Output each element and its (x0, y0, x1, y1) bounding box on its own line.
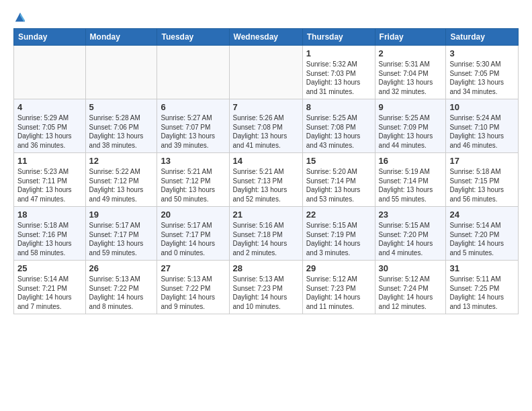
day-info: Sunrise: 5:29 AM Sunset: 7:05 PM Dayligh… (17, 113, 82, 150)
day-cell-21: 21Sunrise: 5:16 AM Sunset: 7:18 PM Dayli… (229, 207, 302, 261)
day-cell-24: 24Sunrise: 5:14 AM Sunset: 7:20 PM Dayli… (446, 207, 519, 261)
day-info: Sunrise: 5:15 AM Sunset: 7:19 PM Dayligh… (306, 221, 371, 257)
day-info: Sunrise: 5:25 AM Sunset: 7:09 PM Dayligh… (379, 113, 443, 150)
day-info: Sunrise: 5:21 AM Sunset: 7:13 PM Dayligh… (233, 167, 299, 203)
day-cell-19: 19Sunrise: 5:17 AM Sunset: 7:17 PM Dayli… (85, 207, 157, 261)
day-info: Sunrise: 5:13 AM Sunset: 7:23 PM Dayligh… (233, 275, 299, 311)
day-number: 21 (233, 210, 299, 220)
day-info: Sunrise: 5:30 AM Sunset: 7:05 PM Dayligh… (449, 60, 515, 96)
day-number: 14 (233, 156, 299, 166)
day-number: 27 (161, 263, 225, 273)
col-header-wednesday: Wednesday (229, 29, 302, 46)
day-number: 22 (306, 210, 371, 220)
day-cell-15: 15Sunrise: 5:20 AM Sunset: 7:14 PM Dayli… (302, 153, 375, 207)
day-info: Sunrise: 5:12 AM Sunset: 7:23 PM Dayligh… (306, 275, 371, 311)
day-number: 19 (89, 210, 154, 220)
day-info: Sunrise: 5:22 AM Sunset: 7:12 PM Dayligh… (89, 167, 154, 203)
day-info: Sunrise: 5:24 AM Sunset: 7:10 PM Dayligh… (449, 113, 515, 150)
day-cell-18: 18Sunrise: 5:18 AM Sunset: 7:16 PM Dayli… (14, 207, 86, 261)
day-number: 25 (17, 263, 82, 273)
day-cell-12: 12Sunrise: 5:22 AM Sunset: 7:12 PM Dayli… (85, 153, 157, 207)
day-cell-14: 14Sunrise: 5:21 AM Sunset: 7:13 PM Dayli… (229, 153, 302, 207)
day-info: Sunrise: 5:31 AM Sunset: 7:04 PM Dayligh… (379, 60, 443, 96)
day-number: 9 (379, 102, 443, 112)
logo-icon (14, 11, 26, 23)
empty-cell (229, 46, 302, 99)
day-info: Sunrise: 5:16 AM Sunset: 7:18 PM Dayligh… (233, 221, 299, 257)
day-info: Sunrise: 5:18 AM Sunset: 7:15 PM Dayligh… (449, 167, 515, 203)
day-cell-1: 1Sunrise: 5:32 AM Sunset: 7:03 PM Daylig… (302, 46, 375, 99)
day-cell-7: 7Sunrise: 5:26 AM Sunset: 7:08 PM Daylig… (229, 99, 302, 153)
day-cell-22: 22Sunrise: 5:15 AM Sunset: 7:19 PM Dayli… (302, 207, 375, 261)
day-number: 29 (306, 263, 371, 273)
day-cell-31: 31Sunrise: 5:11 AM Sunset: 7:25 PM Dayli… (446, 261, 519, 314)
day-cell-3: 3Sunrise: 5:30 AM Sunset: 7:05 PM Daylig… (446, 46, 519, 99)
empty-cell (157, 46, 229, 99)
day-number: 18 (17, 210, 82, 220)
day-info: Sunrise: 5:17 AM Sunset: 7:17 PM Dayligh… (89, 221, 154, 257)
day-info: Sunrise: 5:19 AM Sunset: 7:14 PM Dayligh… (379, 167, 443, 203)
day-number: 31 (449, 263, 515, 273)
day-info: Sunrise: 5:32 AM Sunset: 7:03 PM Dayligh… (306, 60, 371, 96)
header (13, 11, 519, 20)
day-cell-27: 27Sunrise: 5:13 AM Sunset: 7:22 PM Dayli… (157, 261, 229, 314)
day-number: 7 (233, 102, 299, 112)
day-number: 24 (449, 210, 515, 220)
day-cell-11: 11Sunrise: 5:23 AM Sunset: 7:11 PM Dayli… (14, 153, 86, 207)
col-header-tuesday: Tuesday (157, 29, 229, 46)
calendar: SundayMondayTuesdayWednesdayThursdayFrid… (13, 28, 519, 314)
col-header-friday: Friday (375, 29, 446, 46)
day-cell-26: 26Sunrise: 5:13 AM Sunset: 7:22 PM Dayli… (85, 261, 157, 314)
day-number: 30 (379, 263, 443, 273)
day-number: 28 (233, 263, 299, 273)
day-number: 23 (379, 210, 443, 220)
empty-cell (14, 46, 86, 99)
day-number: 12 (89, 156, 154, 166)
day-cell-6: 6Sunrise: 5:27 AM Sunset: 7:07 PM Daylig… (157, 99, 229, 153)
empty-cell (85, 46, 157, 99)
day-cell-20: 20Sunrise: 5:17 AM Sunset: 7:17 PM Dayli… (157, 207, 229, 261)
day-cell-23: 23Sunrise: 5:15 AM Sunset: 7:20 PM Dayli… (375, 207, 446, 261)
day-info: Sunrise: 5:12 AM Sunset: 7:24 PM Dayligh… (379, 275, 443, 311)
day-number: 16 (379, 156, 443, 166)
day-number: 5 (89, 102, 154, 112)
week-row-1: 1Sunrise: 5:32 AM Sunset: 7:03 PM Daylig… (14, 46, 519, 99)
day-number: 3 (449, 48, 515, 58)
logo (13, 11, 26, 20)
col-header-saturday: Saturday (446, 29, 519, 46)
day-cell-17: 17Sunrise: 5:18 AM Sunset: 7:15 PM Dayli… (446, 153, 519, 207)
day-cell-29: 29Sunrise: 5:12 AM Sunset: 7:23 PM Dayli… (302, 261, 375, 314)
day-info: Sunrise: 5:25 AM Sunset: 7:08 PM Dayligh… (306, 113, 371, 150)
day-number: 4 (17, 102, 82, 112)
header-row: SundayMondayTuesdayWednesdayThursdayFrid… (14, 29, 519, 46)
week-row-5: 25Sunrise: 5:14 AM Sunset: 7:21 PM Dayli… (14, 261, 519, 314)
day-info: Sunrise: 5:14 AM Sunset: 7:20 PM Dayligh… (449, 221, 515, 257)
day-number: 8 (306, 102, 371, 112)
day-cell-8: 8Sunrise: 5:25 AM Sunset: 7:08 PM Daylig… (302, 99, 375, 153)
day-info: Sunrise: 5:20 AM Sunset: 7:14 PM Dayligh… (306, 167, 371, 203)
day-info: Sunrise: 5:11 AM Sunset: 7:25 PM Dayligh… (449, 275, 515, 311)
day-number: 11 (17, 156, 82, 166)
week-row-2: 4Sunrise: 5:29 AM Sunset: 7:05 PM Daylig… (14, 99, 519, 153)
day-number: 17 (449, 156, 515, 166)
day-cell-4: 4Sunrise: 5:29 AM Sunset: 7:05 PM Daylig… (14, 99, 86, 153)
day-number: 20 (161, 210, 225, 220)
day-cell-28: 28Sunrise: 5:13 AM Sunset: 7:23 PM Dayli… (229, 261, 302, 314)
day-info: Sunrise: 5:28 AM Sunset: 7:06 PM Dayligh… (89, 113, 154, 150)
day-cell-30: 30Sunrise: 5:12 AM Sunset: 7:24 PM Dayli… (375, 261, 446, 314)
day-number: 15 (306, 156, 371, 166)
day-cell-9: 9Sunrise: 5:25 AM Sunset: 7:09 PM Daylig… (375, 99, 446, 153)
day-info: Sunrise: 5:26 AM Sunset: 7:08 PM Dayligh… (233, 113, 299, 150)
day-cell-2: 2Sunrise: 5:31 AM Sunset: 7:04 PM Daylig… (375, 46, 446, 99)
day-number: 2 (379, 48, 443, 58)
day-info: Sunrise: 5:21 AM Sunset: 7:12 PM Dayligh… (161, 167, 225, 203)
day-info: Sunrise: 5:14 AM Sunset: 7:21 PM Dayligh… (17, 275, 82, 311)
day-info: Sunrise: 5:23 AM Sunset: 7:11 PM Dayligh… (17, 167, 82, 203)
day-cell-13: 13Sunrise: 5:21 AM Sunset: 7:12 PM Dayli… (157, 153, 229, 207)
day-info: Sunrise: 5:17 AM Sunset: 7:17 PM Dayligh… (161, 221, 225, 257)
day-number: 26 (89, 263, 154, 273)
day-number: 6 (161, 102, 225, 112)
col-header-thursday: Thursday (302, 29, 375, 46)
day-info: Sunrise: 5:15 AM Sunset: 7:20 PM Dayligh… (379, 221, 443, 257)
week-row-4: 18Sunrise: 5:18 AM Sunset: 7:16 PM Dayli… (14, 207, 519, 261)
